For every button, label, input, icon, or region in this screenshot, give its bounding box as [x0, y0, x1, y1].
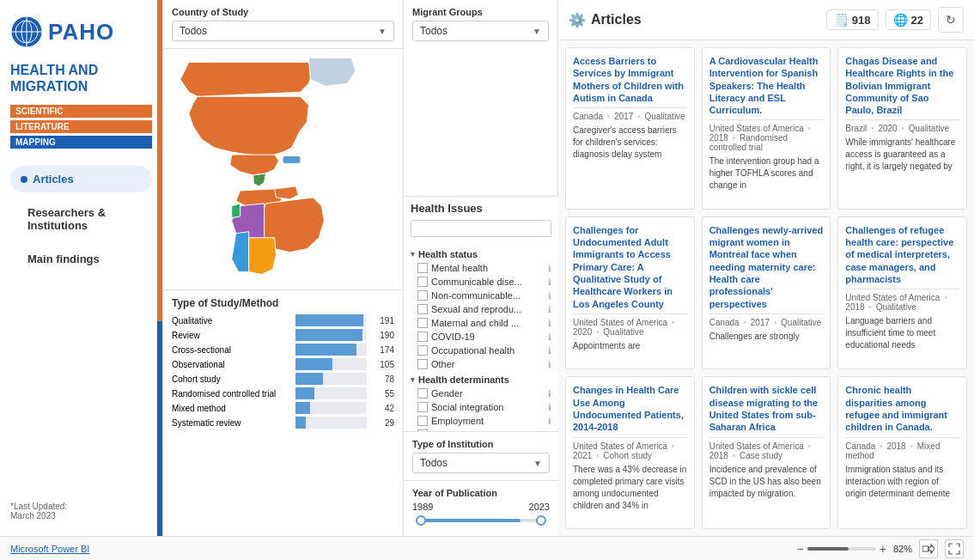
zoom-slider[interactable] — [807, 547, 876, 551]
health-group-label[interactable]: ▾Health determinants — [404, 371, 558, 387]
study-method-bar-item[interactable]: Observational 105 — [172, 358, 394, 370]
article-year: 2018 — [709, 133, 728, 143]
health-checkbox[interactable] — [417, 388, 428, 399]
health-issues-list: ▾Health status Mental health ℹ Communica… — [404, 242, 558, 431]
article-card[interactable]: A Cardiovascular Health Intervention for… — [702, 47, 831, 210]
health-checkbox[interactable] — [417, 359, 428, 369]
health-item-label: Sexual and reprodu... — [431, 304, 521, 314]
zoom-slider-fill — [807, 547, 849, 551]
study-method-bar-item[interactable]: Mixed method 42 — [172, 402, 394, 414]
info-icon[interactable]: ℹ — [548, 264, 551, 273]
article-title: Chronic health disparities among refugee… — [845, 384, 959, 433]
nav-dot — [21, 176, 27, 183]
institution-filter-label: Type of Institution — [412, 439, 550, 449]
health-list-item[interactable]: Social integration ℹ — [404, 400, 558, 414]
article-card[interactable]: Chronic health disparities among refugee… — [837, 376, 967, 529]
health-list-item[interactable]: COVID-19 ℹ — [404, 330, 558, 344]
info-icon[interactable]: ℹ — [548, 332, 551, 342]
info-icon[interactable]: ℹ — [548, 319, 551, 328]
health-list-item[interactable]: Communicable dise... ℹ — [404, 275, 558, 289]
health-checkbox[interactable] — [417, 332, 428, 342]
sidebar-badges: SCIENTIFIC LITERATURE MAPPING — [0, 101, 162, 152]
article-card[interactable]: Challenges of refugee health care: persp… — [837, 216, 967, 370]
health-checkbox[interactable] — [417, 290, 428, 301]
info-icon[interactable]: ℹ — [548, 291, 551, 301]
study-method-bar-item[interactable]: Randomised controlled trial 55 — [172, 387, 394, 399]
year-slider-thumb-right[interactable] — [536, 515, 546, 526]
main-content: PAHO HEALTH AND MIGRATION SCIENTIFIC LIT… — [0, 0, 974, 536]
migrant-filter-select[interactable]: Todos ▼ — [412, 21, 549, 41]
fullscreen-button[interactable] — [945, 539, 964, 558]
country-filter-select[interactable]: Todos ▼ — [172, 21, 394, 41]
health-checkbox[interactable] — [417, 318, 428, 328]
study-method-bar-item[interactable]: Cohort study 78 — [172, 373, 394, 385]
bar-count: 191 — [370, 316, 394, 326]
sidebar-nav-researchers[interactable]: Researchers &Institutions — [10, 199, 152, 239]
article-type: Qualitative — [781, 318, 821, 327]
health-list-item[interactable]: Sexual and reprodu... ℹ — [404, 302, 558, 316]
article-card[interactable]: Children with sickle cell disease migrat… — [702, 376, 831, 529]
zoom-plus-button[interactable]: + — [880, 542, 886, 556]
bar-label: Randomised controlled trial — [172, 389, 292, 399]
info-icon[interactable]: ℹ — [548, 389, 551, 399]
health-list-item[interactable]: Other ℹ — [404, 357, 558, 371]
article-card[interactable]: Challenges for Undocumented Adult Immigr… — [565, 216, 695, 370]
study-method-bar-item[interactable]: Qualitative 191 — [172, 314, 394, 326]
info-icon[interactable]: ℹ — [548, 360, 551, 369]
articles-count: 918 — [852, 14, 871, 27]
paho-logo-text: PAHO — [48, 19, 114, 46]
health-search-input[interactable] — [411, 220, 551, 237]
study-method-bar-item[interactable]: Cross-sectional 174 — [172, 344, 394, 356]
health-list-item[interactable]: Maternal and child ... ℹ — [404, 316, 558, 330]
health-list-item[interactable]: Employment ℹ — [404, 414, 558, 428]
share-button[interactable] — [919, 539, 938, 558]
institution-filter-select[interactable]: Todos ▼ — [412, 453, 550, 473]
bar-label: Cohort study — [172, 374, 292, 384]
article-country: Canada — [845, 441, 875, 451]
info-icon[interactable]: ℹ — [548, 403, 551, 412]
article-snippet: Appointments are — [573, 340, 687, 352]
info-icon[interactable]: ℹ — [548, 417, 551, 426]
articles-count-badge: 🗒️ 918 — [826, 9, 879, 30]
map-container — [163, 49, 403, 289]
refresh-button[interactable]: ↻ — [938, 7, 964, 33]
bar-count: 105 — [370, 360, 394, 369]
health-item-label: Mental health — [431, 263, 488, 273]
article-card[interactable]: Access Barriers to Services by Immigrant… — [565, 47, 695, 210]
health-checkbox[interactable] — [417, 304, 428, 314]
health-list-item[interactable]: Occupational health ℹ — [404, 344, 558, 357]
sidebar-nav-articles[interactable]: Articles — [10, 166, 152, 192]
study-method-bar-item[interactable]: Review 190 — [172, 329, 394, 341]
health-checkbox[interactable] — [417, 345, 428, 356]
year-slider-thumb-left[interactable] — [416, 515, 426, 526]
bar-count: 190 — [370, 331, 394, 340]
article-year: 2018 — [845, 302, 864, 312]
article-card[interactable]: Chagas Disease and Healthcare Rights in … — [837, 47, 967, 210]
health-list-item[interactable]: Gender ℹ — [404, 387, 558, 400]
health-checkbox[interactable] — [417, 277, 428, 287]
health-checkbox[interactable] — [417, 402, 428, 412]
bar-fill — [295, 358, 332, 370]
powerbi-link[interactable]: Microsoft Power BI — [10, 544, 89, 554]
info-icon[interactable]: ℹ — [548, 346, 551, 356]
article-country: Canada — [709, 318, 740, 327]
zoom-minus-button[interactable]: − — [797, 542, 804, 556]
info-icon[interactable]: ℹ — [548, 277, 551, 287]
country-filter-value: Todos — [180, 25, 207, 37]
study-method-bar-item[interactable]: Systematic review 29 — [172, 417, 394, 429]
bar-label: Review — [172, 331, 292, 340]
year-slider-track[interactable] — [416, 519, 546, 522]
health-group-label[interactable]: ▾Health status — [404, 246, 558, 261]
sidebar-nav-findings[interactable]: Main findings — [10, 246, 152, 272]
article-card[interactable]: Changes in Health Care Use Among Undocum… — [565, 376, 695, 529]
info-icon[interactable]: ℹ — [548, 305, 551, 314]
article-card[interactable]: Challenges newly-arrived migrant women i… — [702, 216, 831, 370]
migrant-filter-label: Migrant Groups — [412, 7, 549, 17]
article-type: Case study — [740, 451, 782, 460]
health-list-item[interactable]: Non-communicable... ℹ — [404, 289, 558, 302]
health-list-item[interactable]: Mental health ℹ — [404, 261, 558, 275]
health-checkbox[interactable] — [417, 416, 428, 426]
sidebar-footer: *Last Updated: March 2023 — [0, 495, 162, 527]
article-country: United States of America — [845, 293, 940, 302]
health-checkbox[interactable] — [417, 263, 428, 273]
